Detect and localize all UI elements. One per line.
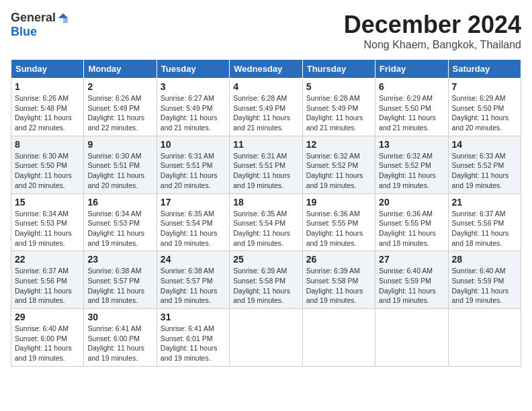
calendar-week-row: 1Sunrise: 6:26 AMSunset: 5:48 PMDaylight… [11, 79, 521, 136]
table-row: 10Sunrise: 6:31 AMSunset: 5:51 PMDayligh… [157, 136, 229, 193]
day-detail: Sunrise: 6:31 AMSunset: 5:51 PMDaylight:… [161, 151, 226, 191]
table-row: 7Sunrise: 6:29 AMSunset: 5:50 PMDaylight… [448, 79, 521, 136]
table-row [302, 309, 375, 367]
day-number: 21 [452, 197, 517, 208]
table-row: 30Sunrise: 6:41 AMSunset: 6:00 PMDayligh… [84, 309, 157, 367]
day-number: 18 [233, 197, 298, 208]
day-number: 10 [161, 139, 226, 150]
table-row: 18Sunrise: 6:35 AMSunset: 5:54 PMDayligh… [230, 193, 302, 251]
table-row: 3Sunrise: 6:27 AMSunset: 5:49 PMDaylight… [157, 79, 229, 136]
day-detail: Sunrise: 6:39 AMSunset: 5:58 PMDaylight:… [233, 266, 298, 306]
day-detail: Sunrise: 6:39 AMSunset: 5:58 PMDaylight:… [306, 266, 371, 306]
col-friday: Friday [375, 60, 448, 79]
day-number: 11 [233, 139, 298, 150]
logo: General Blue [11, 11, 69, 39]
day-detail: Sunrise: 6:35 AMSunset: 5:54 PMDaylight:… [161, 209, 226, 248]
table-row: 8Sunrise: 6:30 AMSunset: 5:50 PMDaylight… [11, 136, 84, 193]
day-number: 28 [452, 254, 517, 265]
calendar-week-row: 15Sunrise: 6:34 AMSunset: 5:53 PMDayligh… [11, 193, 521, 251]
table-row: 11Sunrise: 6:31 AMSunset: 5:51 PMDayligh… [230, 136, 302, 193]
day-detail: Sunrise: 6:36 AMSunset: 5:55 PMDaylight:… [306, 209, 371, 248]
table-row: 5Sunrise: 6:28 AMSunset: 5:49 PMDaylight… [302, 79, 375, 136]
day-number: 1 [15, 81, 80, 92]
col-wednesday: Wednesday [230, 60, 302, 79]
day-number: 29 [15, 312, 80, 322]
table-row: 12Sunrise: 6:32 AMSunset: 5:52 PMDayligh… [302, 136, 375, 193]
table-row: 16Sunrise: 6:34 AMSunset: 5:53 PMDayligh… [84, 193, 157, 251]
day-detail: Sunrise: 6:38 AMSunset: 5:57 PMDaylight:… [87, 266, 152, 306]
month-title: December 2024 [344, 11, 521, 39]
day-number: 14 [452, 139, 517, 150]
calendar-header-row: Sunday Monday Tuesday Wednesday Thursday… [11, 60, 521, 79]
table-row: 31Sunrise: 6:41 AMSunset: 6:01 PMDayligh… [157, 309, 229, 367]
table-row: 14Sunrise: 6:33 AMSunset: 5:52 PMDayligh… [448, 136, 521, 193]
day-number: 25 [233, 254, 298, 265]
table-row: 27Sunrise: 6:40 AMSunset: 5:59 PMDayligh… [375, 251, 448, 309]
col-tuesday: Tuesday [157, 60, 229, 79]
table-row: 25Sunrise: 6:39 AMSunset: 5:58 PMDayligh… [230, 251, 302, 309]
logo-general-text: General [11, 11, 56, 25]
day-number: 19 [306, 197, 371, 208]
table-row: 9Sunrise: 6:30 AMSunset: 5:51 PMDaylight… [84, 136, 157, 193]
day-detail: Sunrise: 6:33 AMSunset: 5:52 PMDaylight:… [452, 151, 517, 191]
day-detail: Sunrise: 6:41 AMSunset: 6:00 PMDaylight:… [87, 324, 152, 363]
col-saturday: Saturday [448, 60, 521, 79]
calendar-week-row: 22Sunrise: 6:37 AMSunset: 5:56 PMDayligh… [11, 251, 521, 309]
day-number: 13 [379, 139, 444, 150]
day-number: 12 [306, 139, 371, 150]
table-row: 28Sunrise: 6:40 AMSunset: 5:59 PMDayligh… [448, 251, 521, 309]
day-number: 2 [87, 81, 152, 92]
day-detail: Sunrise: 6:26 AMSunset: 5:48 PMDaylight:… [15, 93, 80, 133]
day-detail: Sunrise: 6:38 AMSunset: 5:57 PMDaylight:… [161, 266, 226, 306]
calendar-table: Sunday Monday Tuesday Wednesday Thursday… [11, 59, 521, 367]
day-number: 23 [87, 254, 152, 265]
day-detail: Sunrise: 6:36 AMSunset: 5:55 PMDaylight:… [379, 209, 444, 248]
day-detail: Sunrise: 6:34 AMSunset: 5:53 PMDaylight:… [15, 209, 80, 248]
day-number: 5 [306, 81, 371, 92]
day-detail: Sunrise: 6:31 AMSunset: 5:51 PMDaylight:… [233, 151, 298, 191]
day-number: 6 [379, 81, 444, 92]
day-detail: Sunrise: 6:29 AMSunset: 5:50 PMDaylight:… [379, 93, 444, 133]
day-detail: Sunrise: 6:26 AMSunset: 5:49 PMDaylight:… [87, 93, 152, 133]
col-monday: Monday [84, 60, 157, 79]
table-row: 1Sunrise: 6:26 AMSunset: 5:48 PMDaylight… [11, 79, 84, 136]
day-number: 16 [87, 197, 152, 208]
day-detail: Sunrise: 6:37 AMSunset: 5:56 PMDaylight:… [15, 266, 80, 306]
table-row: 4Sunrise: 6:28 AMSunset: 5:49 PMDaylight… [230, 79, 302, 136]
table-row: 15Sunrise: 6:34 AMSunset: 5:53 PMDayligh… [11, 193, 84, 251]
day-number: 4 [233, 81, 298, 92]
day-number: 20 [379, 197, 444, 208]
location-title: Nong Khaem, Bangkok, Thailand [344, 39, 521, 51]
calendar-week-row: 8Sunrise: 6:30 AMSunset: 5:50 PMDaylight… [11, 136, 521, 193]
day-detail: Sunrise: 6:37 AMSunset: 5:56 PMDaylight:… [452, 209, 517, 248]
title-area: December 2024 Nong Khaem, Bangkok, Thail… [344, 11, 521, 51]
day-detail: Sunrise: 6:40 AMSunset: 6:00 PMDaylight:… [15, 324, 80, 363]
table-row: 26Sunrise: 6:39 AMSunset: 5:58 PMDayligh… [302, 251, 375, 309]
day-detail: Sunrise: 6:27 AMSunset: 5:49 PMDaylight:… [161, 93, 226, 133]
day-number: 15 [15, 197, 80, 208]
day-detail: Sunrise: 6:29 AMSunset: 5:50 PMDaylight:… [452, 93, 517, 133]
day-detail: Sunrise: 6:40 AMSunset: 5:59 PMDaylight:… [452, 266, 517, 306]
table-row: 17Sunrise: 6:35 AMSunset: 5:54 PMDayligh… [157, 193, 229, 251]
col-sunday: Sunday [11, 60, 84, 79]
table-row: 24Sunrise: 6:38 AMSunset: 5:57 PMDayligh… [157, 251, 229, 309]
table-row: 20Sunrise: 6:36 AMSunset: 5:55 PMDayligh… [375, 193, 448, 251]
day-detail: Sunrise: 6:30 AMSunset: 5:50 PMDaylight:… [15, 151, 80, 191]
svg-marker-0 [58, 13, 68, 17]
table-row: 29Sunrise: 6:40 AMSunset: 6:00 PMDayligh… [11, 309, 84, 367]
table-row [230, 309, 302, 367]
day-detail: Sunrise: 6:35 AMSunset: 5:54 PMDaylight:… [233, 209, 298, 248]
header: General Blue December 2024 Nong Khaem, B… [11, 11, 521, 51]
day-number: 3 [161, 81, 226, 92]
table-row [375, 309, 448, 367]
table-row: 22Sunrise: 6:37 AMSunset: 5:56 PMDayligh… [11, 251, 84, 309]
table-row: 19Sunrise: 6:36 AMSunset: 5:55 PMDayligh… [302, 193, 375, 251]
table-row: 2Sunrise: 6:26 AMSunset: 5:49 PMDaylight… [84, 79, 157, 136]
table-row [448, 309, 521, 367]
svg-marker-1 [63, 18, 68, 23]
table-row: 13Sunrise: 6:32 AMSunset: 5:52 PMDayligh… [375, 136, 448, 193]
day-detail: Sunrise: 6:34 AMSunset: 5:53 PMDaylight:… [87, 209, 152, 248]
calendar-week-row: 29Sunrise: 6:40 AMSunset: 6:00 PMDayligh… [11, 309, 521, 367]
day-detail: Sunrise: 6:32 AMSunset: 5:52 PMDaylight:… [306, 151, 371, 191]
table-row: 23Sunrise: 6:38 AMSunset: 5:57 PMDayligh… [84, 251, 157, 309]
